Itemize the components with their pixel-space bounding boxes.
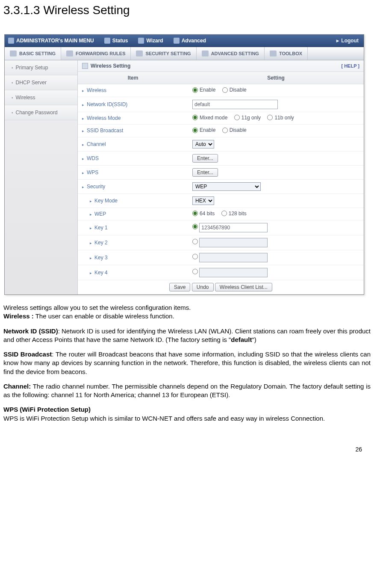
wireless-enable-radio[interactable] (192, 87, 198, 93)
row-key1-label: Key 1 (78, 220, 188, 235)
row-ssid-label: Network ID(SSID) (78, 97, 188, 112)
wep-64[interactable]: 64 bits (192, 211, 215, 217)
tab-toolbox[interactable]: TOOLBOX (265, 47, 308, 60)
row-wps-label: WPS (78, 165, 188, 179)
tab-label: SECURITY SETTING (145, 51, 191, 56)
undo-button[interactable]: Undo (192, 283, 214, 291)
router-admin-screenshot: ADMINISTRATOR's MAIN MENU Status Wizard … (4, 34, 364, 295)
doc-p6b: WPS is WiFi Protection Setup which is si… (3, 414, 371, 423)
wps-enter-button[interactable]: Enter... (192, 168, 218, 177)
tab-advanced-setting[interactable]: ADVANCED SETTING (197, 47, 265, 60)
opt-label: Enable (200, 127, 215, 133)
tab-basic-setting[interactable]: BASIC SETTING (5, 47, 61, 60)
doc-text: Wireless settings allow you to set the w… (3, 303, 371, 423)
nav-logout-label: Logout (341, 38, 359, 44)
opt-label: 64 bits (200, 211, 215, 217)
mode-mixed-radio[interactable] (192, 115, 198, 120)
toolbox-icon (270, 50, 277, 56)
doc-p3: Network ID (SSID): Network ID is used fo… (3, 327, 371, 344)
nav-advanced-label: Advanced (182, 38, 206, 44)
opt-label: Disable (230, 127, 247, 133)
basic-setting-icon (10, 50, 17, 56)
opt-label: Mixed mode (200, 115, 227, 121)
save-button[interactable]: Save (169, 283, 190, 291)
wireless-enable[interactable]: Enable (192, 87, 215, 93)
mode-mixed[interactable]: Mixed mode (192, 115, 227, 121)
nav-wizard[interactable]: Wizard (133, 38, 168, 44)
sidebar-item-wireless[interactable]: Wireless (5, 90, 77, 105)
key3-radio[interactable] (192, 254, 198, 259)
nav-wizard-label: Wizard (146, 38, 163, 44)
mode-11g[interactable]: 11g only (234, 115, 261, 121)
header-item: Item (78, 72, 188, 84)
sidebar-item-change-password[interactable]: Change Password (5, 105, 77, 120)
admin-menu-text: ADMINISTRATOR's MAIN MENU (16, 38, 94, 44)
row-keymode-label: Key Mode (78, 193, 188, 208)
wizard-icon (138, 38, 144, 44)
wep-128[interactable]: 128 bits (221, 211, 247, 217)
advanced-setting-icon (202, 50, 209, 56)
wireless-disable[interactable]: Disable (222, 87, 247, 93)
row-wds-label: WDS (78, 151, 188, 165)
tab-label: ADVANCED SETTING (211, 51, 259, 56)
client-list-button[interactable]: Wireless Client List... (215, 283, 272, 291)
status-icon (104, 38, 110, 44)
key4-radio[interactable] (192, 269, 198, 274)
panel-title-bar: Wireless Setting [ HELP ] (78, 60, 364, 72)
row-broadcast-label: SSID Broadcast (78, 125, 188, 137)
row-key3-label: Key 3 (78, 250, 188, 265)
broadcast-disable-radio[interactable] (222, 128, 228, 133)
panel-title: Wireless Setting (82, 63, 130, 69)
section-heading: 3.3.1.3 Wireless Setting (3, 3, 371, 17)
wireless-disable-radio[interactable] (222, 87, 228, 93)
opt-label: 11g only (241, 115, 261, 121)
nav-status-label: Status (112, 38, 128, 44)
tab-label: TOOLBOX (279, 51, 302, 56)
wds-enter-button[interactable]: Enter... (192, 154, 218, 163)
ssid-input[interactable] (192, 100, 278, 109)
mode-11b-radio[interactable] (267, 115, 273, 120)
tab-security-setting[interactable]: SECURITY SETTING (131, 47, 196, 60)
forwarding-icon (66, 50, 73, 56)
mode-11b[interactable]: 11b only (267, 115, 294, 121)
sidebar-item-dhcp-server[interactable]: DHCP Server (5, 75, 77, 90)
key1-input[interactable] (199, 223, 268, 232)
row-wireless-label: Wireless (78, 84, 188, 97)
opt-label: Disable (230, 87, 247, 93)
keymode-select[interactable]: HEX (192, 196, 214, 205)
row-key2-label: Key 2 (78, 235, 188, 250)
admin-topbar: ADMINISTRATOR's MAIN MENU Status Wizard … (5, 35, 364, 47)
row-key4-label: Key 4 (78, 265, 188, 280)
key1-radio[interactable] (192, 224, 198, 229)
security-select[interactable]: WEP (192, 182, 261, 191)
key2-input[interactable] (199, 238, 268, 247)
wep-64-radio[interactable] (192, 211, 198, 216)
broadcast-enable[interactable]: Enable (192, 127, 215, 133)
tab-label: BASIC SETTING (19, 51, 56, 56)
security-icon (136, 50, 143, 56)
advanced-icon (174, 38, 180, 44)
channel-select[interactable]: Auto (192, 140, 214, 148)
nav-status[interactable]: Status (99, 38, 133, 44)
settings-table: Item Setting Wireless Enable Disable Net… (78, 72, 364, 294)
doc-p1: Wireless settings allow you to set the w… (3, 303, 371, 312)
opt-label: 11b only (274, 115, 294, 121)
opt-label: 128 bits (229, 211, 247, 217)
admin-icon (8, 38, 14, 44)
main-panel: Wireless Setting [ HELP ] Item Setting W… (78, 60, 364, 294)
tab-forwarding-rules[interactable]: FORWARDING RULES (61, 47, 131, 60)
wep-128-radio[interactable] (221, 211, 227, 216)
broadcast-disable[interactable]: Disable (222, 127, 247, 133)
doc-p5: Channel: The radio channel number. The p… (3, 382, 371, 400)
key2-radio[interactable] (192, 239, 198, 244)
help-link[interactable]: [ HELP ] (341, 63, 359, 68)
sidebar-item-primary-setup[interactable]: Primary Setup (5, 60, 77, 75)
nav-logout[interactable]: ▸ Logout (331, 38, 364, 44)
key4-input[interactable] (199, 268, 268, 277)
tab-label: FORWARDING RULES (76, 51, 126, 56)
broadcast-enable-radio[interactable] (192, 128, 198, 133)
doc-p6a: WPS (WiFi Protection Setup) (3, 405, 371, 414)
nav-advanced[interactable]: Advanced (168, 38, 211, 44)
key3-input[interactable] (199, 253, 268, 262)
mode-11g-radio[interactable] (234, 115, 240, 120)
